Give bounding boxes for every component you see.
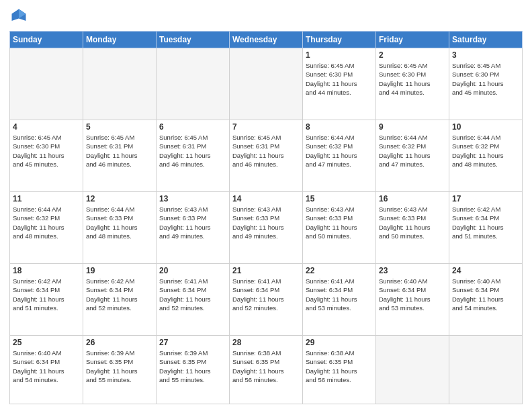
- day-number: 26: [86, 338, 153, 347]
- day-number: 23: [379, 266, 446, 275]
- calendar-cell: [10, 48, 83, 120]
- calendar-week-0: 1Sunrise: 6:45 AM Sunset: 6:30 PM Daylig…: [10, 48, 523, 120]
- calendar-week-1: 4Sunrise: 6:45 AM Sunset: 6:30 PM Daylig…: [10, 120, 523, 192]
- calendar-cell: 5Sunrise: 6:45 AM Sunset: 6:31 PM Daylig…: [83, 120, 157, 192]
- logo-icon: [9, 7, 28, 26]
- day-info: Sunrise: 6:45 AM Sunset: 6:30 PM Dayligh…: [379, 61, 446, 97]
- day-info: Sunrise: 6:40 AM Sunset: 6:34 PM Dayligh…: [13, 349, 80, 384]
- day-number: 19: [86, 266, 153, 275]
- calendar-week-4: 25Sunrise: 6:40 AM Sunset: 6:34 PM Dayli…: [10, 336, 523, 404]
- logo: [9, 7, 31, 26]
- day-info: Sunrise: 6:45 AM Sunset: 6:31 PM Dayligh…: [86, 133, 153, 169]
- day-info: Sunrise: 6:43 AM Sunset: 6:33 PM Dayligh…: [379, 205, 446, 240]
- day-info: Sunrise: 6:42 AM Sunset: 6:34 PM Dayligh…: [13, 277, 80, 312]
- page: SundayMondayTuesdayWednesdayThursdayFrid…: [0, 0, 532, 411]
- day-number: 9: [379, 122, 446, 132]
- calendar-cell: 25Sunrise: 6:40 AM Sunset: 6:34 PM Dayli…: [10, 336, 83, 404]
- day-number: 15: [306, 194, 373, 203]
- calendar-cell: 22Sunrise: 6:41 AM Sunset: 6:34 PM Dayli…: [303, 264, 376, 336]
- day-number: 20: [159, 266, 226, 275]
- day-number: 11: [13, 194, 80, 203]
- day-number: 2: [379, 50, 446, 60]
- calendar-cell: 10Sunrise: 6:44 AM Sunset: 6:32 PM Dayli…: [449, 120, 523, 192]
- calendar-cell: 20Sunrise: 6:41 AM Sunset: 6:34 PM Dayli…: [157, 264, 230, 336]
- day-info: Sunrise: 6:43 AM Sunset: 6:33 PM Dayligh…: [306, 205, 373, 240]
- calendar-cell: 9Sunrise: 6:44 AM Sunset: 6:32 PM Daylig…: [376, 120, 449, 192]
- day-number: 29: [306, 338, 373, 347]
- calendar-cell: 21Sunrise: 6:41 AM Sunset: 6:34 PM Dayli…: [230, 264, 303, 336]
- day-info: Sunrise: 6:45 AM Sunset: 6:30 PM Dayligh…: [306, 61, 373, 97]
- day-number: 5: [86, 122, 153, 132]
- day-info: Sunrise: 6:38 AM Sunset: 6:35 PM Dayligh…: [306, 349, 373, 384]
- col-header-thursday: Thursday: [303, 32, 376, 48]
- day-info: Sunrise: 6:40 AM Sunset: 6:34 PM Dayligh…: [452, 277, 519, 312]
- calendar-cell: [230, 48, 303, 120]
- calendar-cell: [376, 336, 449, 404]
- day-info: Sunrise: 6:44 AM Sunset: 6:32 PM Dayligh…: [13, 205, 80, 240]
- calendar-cell: 17Sunrise: 6:42 AM Sunset: 6:34 PM Dayli…: [449, 192, 523, 264]
- day-number: 25: [13, 338, 80, 347]
- calendar-cell: [449, 336, 523, 404]
- day-info: Sunrise: 6:41 AM Sunset: 6:34 PM Dayligh…: [306, 277, 373, 312]
- calendar-cell: 8Sunrise: 6:44 AM Sunset: 6:32 PM Daylig…: [303, 120, 376, 192]
- calendar-cell: 23Sunrise: 6:40 AM Sunset: 6:34 PM Dayli…: [376, 264, 449, 336]
- day-info: Sunrise: 6:44 AM Sunset: 6:32 PM Dayligh…: [379, 133, 446, 169]
- day-info: Sunrise: 6:40 AM Sunset: 6:34 PM Dayligh…: [379, 277, 446, 312]
- day-number: 18: [13, 266, 80, 275]
- day-info: Sunrise: 6:45 AM Sunset: 6:31 PM Dayligh…: [159, 133, 226, 169]
- col-header-sunday: Sunday: [10, 32, 83, 48]
- day-number: 1: [306, 50, 373, 60]
- header: [9, 7, 523, 26]
- calendar-week-3: 18Sunrise: 6:42 AM Sunset: 6:34 PM Dayli…: [10, 264, 523, 336]
- day-info: Sunrise: 6:42 AM Sunset: 6:34 PM Dayligh…: [452, 205, 519, 240]
- calendar-cell: 6Sunrise: 6:45 AM Sunset: 6:31 PM Daylig…: [157, 120, 230, 192]
- calendar-cell: 18Sunrise: 6:42 AM Sunset: 6:34 PM Dayli…: [10, 264, 83, 336]
- day-number: 24: [452, 266, 519, 275]
- day-number: 28: [232, 338, 300, 347]
- calendar-cell: 13Sunrise: 6:43 AM Sunset: 6:33 PM Dayli…: [157, 192, 230, 264]
- day-number: 27: [159, 338, 226, 347]
- day-number: 3: [452, 50, 519, 60]
- day-number: 4: [13, 122, 80, 132]
- day-number: 14: [232, 194, 300, 203]
- calendar-week-2: 11Sunrise: 6:44 AM Sunset: 6:32 PM Dayli…: [10, 192, 523, 264]
- day-number: 17: [452, 194, 519, 203]
- day-number: 6: [159, 122, 226, 132]
- calendar-cell: 26Sunrise: 6:39 AM Sunset: 6:35 PM Dayli…: [83, 336, 157, 404]
- day-info: Sunrise: 6:41 AM Sunset: 6:34 PM Dayligh…: [232, 277, 300, 312]
- day-number: 22: [306, 266, 373, 275]
- day-info: Sunrise: 6:39 AM Sunset: 6:35 PM Dayligh…: [86, 349, 153, 384]
- day-info: Sunrise: 6:44 AM Sunset: 6:32 PM Dayligh…: [306, 133, 373, 169]
- day-number: 16: [379, 194, 446, 203]
- calendar-cell: 19Sunrise: 6:42 AM Sunset: 6:34 PM Dayli…: [83, 264, 157, 336]
- day-info: Sunrise: 6:38 AM Sunset: 6:35 PM Dayligh…: [232, 349, 300, 384]
- calendar-cell: 28Sunrise: 6:38 AM Sunset: 6:35 PM Dayli…: [230, 336, 303, 404]
- calendar-cell: 4Sunrise: 6:45 AM Sunset: 6:30 PM Daylig…: [10, 120, 83, 192]
- calendar-cell: 27Sunrise: 6:39 AM Sunset: 6:35 PM Dayli…: [157, 336, 230, 404]
- calendar-cell: 2Sunrise: 6:45 AM Sunset: 6:30 PM Daylig…: [376, 48, 449, 120]
- calendar-cell: 3Sunrise: 6:45 AM Sunset: 6:30 PM Daylig…: [449, 48, 523, 120]
- col-header-monday: Monday: [83, 32, 157, 48]
- col-header-saturday: Saturday: [449, 32, 523, 48]
- day-info: Sunrise: 6:45 AM Sunset: 6:30 PM Dayligh…: [13, 133, 80, 169]
- calendar-cell: [83, 48, 157, 120]
- calendar-cell: 1Sunrise: 6:45 AM Sunset: 6:30 PM Daylig…: [303, 48, 376, 120]
- calendar-cell: 11Sunrise: 6:44 AM Sunset: 6:32 PM Dayli…: [10, 192, 83, 264]
- calendar-cell: 12Sunrise: 6:44 AM Sunset: 6:33 PM Dayli…: [83, 192, 157, 264]
- col-header-friday: Friday: [376, 32, 449, 48]
- calendar-cell: 14Sunrise: 6:43 AM Sunset: 6:33 PM Dayli…: [230, 192, 303, 264]
- col-header-tuesday: Tuesday: [157, 32, 230, 48]
- day-info: Sunrise: 6:43 AM Sunset: 6:33 PM Dayligh…: [232, 205, 300, 240]
- calendar-header-row: SundayMondayTuesdayWednesdayThursdayFrid…: [10, 32, 523, 48]
- day-info: Sunrise: 6:42 AM Sunset: 6:34 PM Dayligh…: [86, 277, 153, 312]
- day-info: Sunrise: 6:45 AM Sunset: 6:31 PM Dayligh…: [232, 133, 300, 169]
- day-info: Sunrise: 6:44 AM Sunset: 6:32 PM Dayligh…: [452, 133, 519, 169]
- calendar-cell: [157, 48, 230, 120]
- calendar-cell: 16Sunrise: 6:43 AM Sunset: 6:33 PM Dayli…: [376, 192, 449, 264]
- day-info: Sunrise: 6:39 AM Sunset: 6:35 PM Dayligh…: [159, 349, 226, 384]
- day-number: 10: [452, 122, 519, 132]
- calendar-cell: 7Sunrise: 6:45 AM Sunset: 6:31 PM Daylig…: [230, 120, 303, 192]
- day-number: 21: [232, 266, 300, 275]
- calendar-cell: 24Sunrise: 6:40 AM Sunset: 6:34 PM Dayli…: [449, 264, 523, 336]
- day-info: Sunrise: 6:43 AM Sunset: 6:33 PM Dayligh…: [159, 205, 226, 240]
